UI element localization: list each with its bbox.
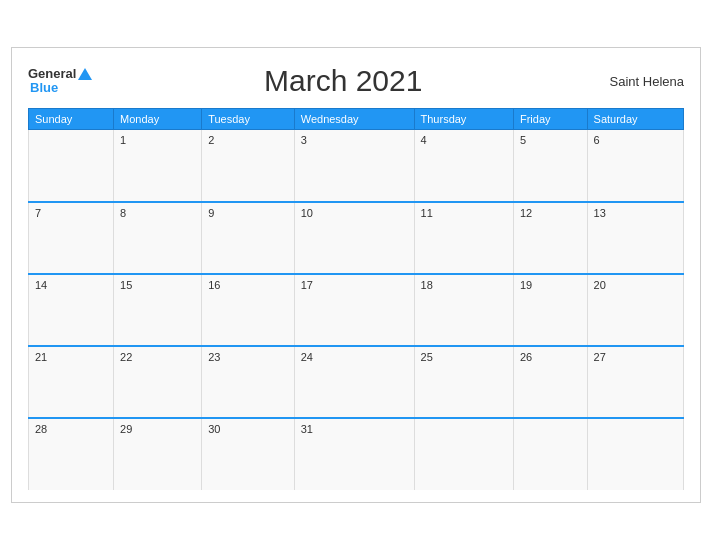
day-number: 25 [421, 351, 433, 363]
calendar-cell: 29 [114, 418, 202, 490]
logo-general-text: General [28, 67, 76, 81]
calendar-cell: 26 [513, 346, 587, 418]
calendar-header: General Blue March 2021 Saint Helena [28, 64, 684, 98]
calendar-cell: 7 [29, 202, 114, 274]
calendar-container: General Blue March 2021 Saint Helena Sun… [11, 47, 701, 503]
calendar-cell: 2 [202, 130, 295, 202]
day-number: 21 [35, 351, 47, 363]
calendar-cell: 16 [202, 274, 295, 346]
calendar-cell [29, 130, 114, 202]
day-number: 8 [120, 207, 126, 219]
day-number: 2 [208, 134, 214, 146]
calendar-cell: 14 [29, 274, 114, 346]
calendar-cell: 21 [29, 346, 114, 418]
calendar-week-row: 123456 [29, 130, 684, 202]
calendar-cell: 15 [114, 274, 202, 346]
day-number: 10 [301, 207, 313, 219]
calendar-cell [414, 418, 513, 490]
calendar-cell: 3 [294, 130, 414, 202]
calendar-cell: 8 [114, 202, 202, 274]
day-number: 20 [594, 279, 606, 291]
weekday-header-monday: Monday [114, 109, 202, 130]
calendar-cell: 24 [294, 346, 414, 418]
calendar-cell: 4 [414, 130, 513, 202]
day-number: 1 [120, 134, 126, 146]
calendar-cell: 30 [202, 418, 295, 490]
day-number: 28 [35, 423, 47, 435]
calendar-cell: 17 [294, 274, 414, 346]
weekday-header-tuesday: Tuesday [202, 109, 295, 130]
day-number: 17 [301, 279, 313, 291]
day-number: 18 [421, 279, 433, 291]
calendar-cell: 19 [513, 274, 587, 346]
calendar-cell: 28 [29, 418, 114, 490]
calendar-cell: 10 [294, 202, 414, 274]
day-number: 4 [421, 134, 427, 146]
day-number: 27 [594, 351, 606, 363]
day-number: 30 [208, 423, 220, 435]
day-number: 3 [301, 134, 307, 146]
day-number: 6 [594, 134, 600, 146]
calendar-cell: 13 [587, 202, 683, 274]
day-number: 5 [520, 134, 526, 146]
day-number: 26 [520, 351, 532, 363]
day-number: 16 [208, 279, 220, 291]
calendar-cell [587, 418, 683, 490]
calendar-cell: 20 [587, 274, 683, 346]
calendar-cell: 12 [513, 202, 587, 274]
calendar-region: Saint Helena [594, 74, 684, 89]
logo-triangle-icon [78, 68, 92, 80]
day-number: 13 [594, 207, 606, 219]
calendar-week-row: 78910111213 [29, 202, 684, 274]
weekday-header-friday: Friday [513, 109, 587, 130]
weekday-header-sunday: Sunday [29, 109, 114, 130]
day-number: 22 [120, 351, 132, 363]
calendar-grid: SundayMondayTuesdayWednesdayThursdayFrid… [28, 108, 684, 490]
day-number: 12 [520, 207, 532, 219]
day-number: 15 [120, 279, 132, 291]
weekday-header-saturday: Saturday [587, 109, 683, 130]
calendar-cell: 23 [202, 346, 295, 418]
day-number: 7 [35, 207, 41, 219]
logo-general: General [28, 67, 92, 81]
calendar-cell: 1 [114, 130, 202, 202]
calendar-cell [513, 418, 587, 490]
calendar-week-row: 14151617181920 [29, 274, 684, 346]
day-number: 31 [301, 423, 313, 435]
day-number: 23 [208, 351, 220, 363]
day-number: 19 [520, 279, 532, 291]
day-number: 11 [421, 207, 433, 219]
calendar-cell: 25 [414, 346, 513, 418]
calendar-cell: 6 [587, 130, 683, 202]
calendar-cell: 9 [202, 202, 295, 274]
calendar-cell: 18 [414, 274, 513, 346]
calendar-week-row: 28293031 [29, 418, 684, 490]
weekday-header-thursday: Thursday [414, 109, 513, 130]
calendar-week-row: 21222324252627 [29, 346, 684, 418]
calendar-cell: 22 [114, 346, 202, 418]
calendar-cell: 31 [294, 418, 414, 490]
weekday-header-wednesday: Wednesday [294, 109, 414, 130]
logo-blue-text: Blue [30, 81, 92, 95]
calendar-cell: 5 [513, 130, 587, 202]
calendar-cell: 27 [587, 346, 683, 418]
day-number: 24 [301, 351, 313, 363]
day-number: 14 [35, 279, 47, 291]
logo: General Blue [28, 67, 92, 96]
calendar-title: March 2021 [92, 64, 594, 98]
calendar-cell: 11 [414, 202, 513, 274]
day-number: 29 [120, 423, 132, 435]
weekday-header-row: SundayMondayTuesdayWednesdayThursdayFrid… [29, 109, 684, 130]
day-number: 9 [208, 207, 214, 219]
